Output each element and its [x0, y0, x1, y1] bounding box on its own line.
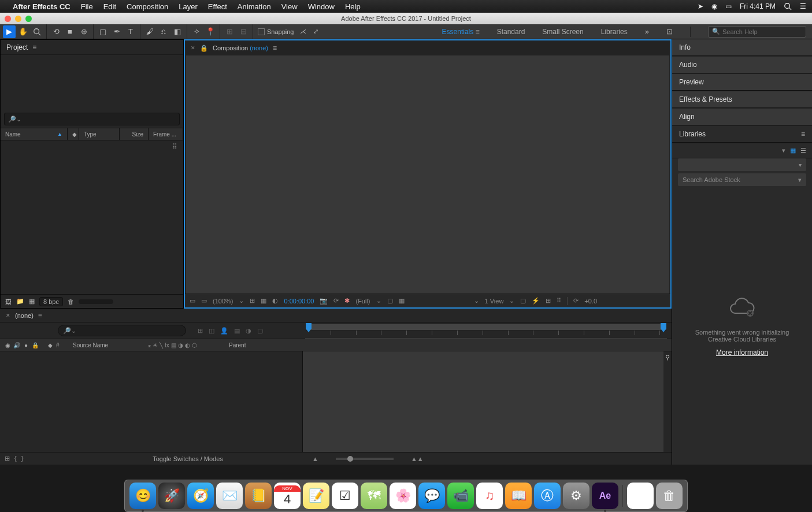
composition-viewer[interactable] [186, 55, 669, 294]
menu-window[interactable]: Window [308, 2, 335, 11]
lib-stock-search[interactable]: Search Adobe Stock▾ [678, 173, 806, 186]
col-solo-icon[interactable]: ● [22, 342, 30, 348]
search-help-input[interactable] [722, 28, 802, 35]
reset-exposure-icon[interactable]: ⟳ [573, 297, 579, 305]
col-index[interactable]: # [56, 342, 60, 348]
magnification-icon[interactable]: ▭ [201, 297, 207, 305]
exposure-value[interactable]: +0.0 [584, 298, 597, 305]
dock-photos[interactable]: 🌸 [390, 483, 416, 509]
col-label-icon[interactable]: ◆ [68, 128, 79, 140]
lock-icon[interactable]: 🔒 [200, 44, 208, 52]
zoom-window-button[interactable] [25, 16, 32, 22]
orbit-tool[interactable]: ⟲ [50, 25, 62, 38]
workspace-overflow-icon[interactable]: » [645, 27, 649, 36]
search-help-field[interactable]: 🔍 [708, 26, 806, 38]
graph-editor-icon[interactable]: ▢ [257, 327, 263, 335]
zoom-tool[interactable] [31, 25, 43, 38]
col-label-icon[interactable]: ◆ [46, 342, 54, 348]
lib-more-info-link[interactable]: More information [716, 348, 768, 357]
dock-notes[interactable]: 📝 [303, 483, 329, 509]
col-name[interactable]: Name▲ [1, 128, 68, 140]
motion-blur-icon[interactable]: ◑ [246, 327, 251, 335]
project-panel-menu-icon[interactable]: ≡ [32, 43, 36, 51]
workspace-libraries[interactable]: Libraries [601, 28, 628, 36]
panel-preview[interactable]: Preview [672, 74, 812, 91]
transparency-grid-icon[interactable]: ▦ [399, 297, 405, 305]
timeline-search[interactable]: 🔎⌄ [58, 325, 186, 336]
dock-system-preferences[interactable]: ⚙ [563, 483, 589, 509]
resolution-dropdown[interactable]: (Full) [355, 298, 370, 305]
menu-composition[interactable]: Composition [127, 2, 168, 11]
spotlight-icon[interactable] [784, 2, 792, 10]
cc-status-icon[interactable]: ◉ [711, 2, 717, 10]
always-preview-icon[interactable]: ▭ [190, 297, 195, 305]
col-type[interactable]: Type [79, 128, 120, 140]
camera-tool[interactable]: ■ [64, 25, 76, 38]
comp-flowchart-icon[interactable]: ⠿ [557, 297, 561, 305]
project-tree[interactable]: ⠿ [1, 140, 183, 290]
dock-after-effects[interactable]: Ae [592, 483, 618, 509]
view-caret-icon[interactable]: ⌄ [474, 297, 479, 305]
menu-layer[interactable]: Layer [179, 2, 198, 11]
type-tool[interactable]: T [124, 25, 137, 38]
workspace-small-screen[interactable]: Small Screen [542, 28, 583, 36]
world-axis-icon[interactable]: ⊟ [237, 25, 250, 38]
show-channel-icon[interactable]: ⟳ [333, 297, 339, 305]
pan-behind-tool[interactable]: ⊕ [77, 25, 90, 38]
local-axis-icon[interactable]: ⊞ [223, 25, 236, 38]
close-window-button[interactable] [5, 16, 11, 22]
timeline-title[interactable]: (none) [15, 312, 34, 319]
bpc-toggle[interactable]: 8 bpc [39, 297, 63, 306]
dock-calendar[interactable]: NOV4 [274, 483, 301, 509]
timeline-icon[interactable]: ⊞ [546, 297, 551, 305]
fast-preview-icon[interactable]: ⚡ [532, 297, 540, 305]
snapping-checkbox[interactable] [258, 28, 265, 35]
shy-icon[interactable]: 👤 [220, 327, 228, 335]
selection-tool[interactable]: ▶ [3, 25, 16, 38]
timeline-close-tab-icon[interactable]: ✕ [6, 313, 10, 318]
project-panel-title[interactable]: Project [6, 43, 28, 51]
dock-maps[interactable]: 🗺 [361, 483, 387, 509]
menu-file[interactable]: File [81, 2, 93, 11]
snapshot-icon[interactable]: 📷 [320, 297, 328, 305]
hand-tool[interactable]: ✋ [17, 25, 29, 38]
dock-launchpad[interactable]: 🚀 [158, 483, 185, 509]
libraries-menu-icon[interactable]: ≡ [801, 130, 805, 138]
timeline-zoom-slider[interactable] [336, 458, 394, 460]
timeline-panel-menu-icon[interactable]: ≡ [38, 311, 42, 320]
flowchart-icon[interactable]: ⠿ [172, 143, 177, 151]
timeline-work-area[interactable] [305, 324, 667, 331]
pixel-aspect-icon[interactable]: ▢ [520, 297, 526, 305]
zoom-out-icon[interactable]: ▲ [312, 455, 318, 462]
zoom-slider-thumb[interactable] [347, 456, 353, 462]
col-adjustment-icon[interactable]: ◐ [185, 342, 190, 348]
interpret-footage-icon[interactable]: 🖼 [5, 298, 12, 305]
workspace-standard[interactable]: Standard [497, 28, 525, 36]
dock-ibooks[interactable]: 📖 [505, 483, 532, 509]
timeline-marker-bin-icon[interactable]: ⚲ [663, 351, 672, 452]
delete-icon[interactable]: 🗑 [68, 298, 74, 305]
clock[interactable]: Fri 4:41 PM [740, 2, 776, 10]
eraser-tool[interactable]: ◧ [171, 25, 184, 38]
dock-facetime[interactable]: 📹 [447, 483, 474, 509]
close-tab-icon[interactable]: ✕ [191, 45, 195, 51]
view-layout[interactable]: 1 View [485, 298, 504, 305]
col-frameblend-icon[interactable]: ▤ [171, 342, 176, 348]
dock-mail[interactable]: ✉️ [216, 483, 243, 509]
view-caret2-icon[interactable]: ⌄ [509, 297, 514, 305]
mask-toggle-icon[interactable]: ◐ [272, 297, 278, 305]
resolution-caret-icon[interactable]: ⌄ [376, 297, 381, 305]
dock-reminders[interactable]: ☑ [332, 483, 358, 509]
col-parent[interactable]: Parent [223, 342, 303, 348]
cursor-status-icon[interactable]: ➤ [698, 2, 703, 10]
minimize-window-button[interactable] [15, 16, 21, 22]
menu-edit[interactable]: Edit [103, 2, 116, 11]
menu-effect[interactable]: Effect [208, 2, 227, 11]
panel-libraries-header[interactable]: Libraries ≡ [672, 126, 812, 143]
menu-animation[interactable]: Animation [238, 2, 271, 11]
dock-trash[interactable]: 🗑 [656, 483, 683, 509]
col-collapse-icon[interactable]: ☀ [153, 342, 158, 348]
roto-tool[interactable]: ✧ [190, 25, 203, 38]
menu-help[interactable]: Help [345, 2, 361, 11]
dock-messages[interactable]: 💬 [418, 483, 445, 509]
